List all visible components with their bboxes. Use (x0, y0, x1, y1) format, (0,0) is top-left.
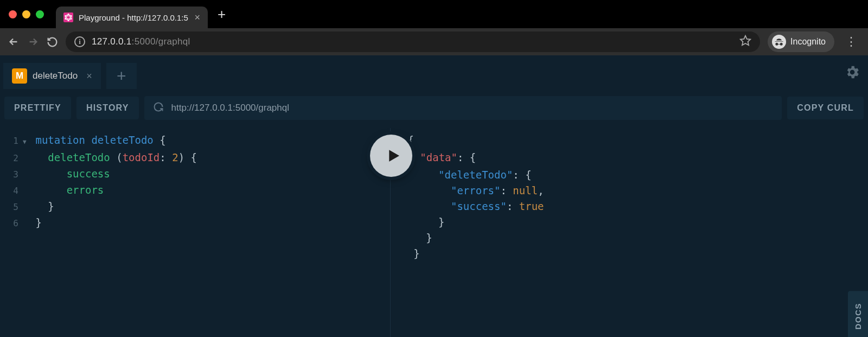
query-editor[interactable]: 1▼ mutation deleteTodo { 2 deleteTodo (t… (0, 128, 391, 337)
svg-point-4 (65, 18, 66, 20)
docs-tab[interactable]: DOCS (848, 291, 868, 337)
endpoint-url: http://127.0.0.1:5000/graphql (171, 103, 289, 113)
settings-gear-icon[interactable] (844, 64, 860, 82)
window-close-button[interactable] (9, 10, 17, 18)
incognito-badge[interactable]: Incognito (768, 31, 834, 52)
window-minimize-button[interactable] (22, 10, 30, 18)
browser-tab-strip: Playground - http://127.0.0.1:5 × + (0, 0, 868, 28)
svg-point-1 (71, 15, 72, 17)
reload-button[interactable] (47, 36, 58, 48)
new-browser-tab-button[interactable]: + (218, 6, 226, 23)
bookmark-star-icon[interactable] (739, 35, 751, 49)
incognito-label: Incognito (790, 37, 826, 47)
graphql-playground: M deleteTodo × + Prettify History http:/… (0, 55, 868, 337)
svg-point-2 (71, 18, 72, 20)
browser-tab[interactable]: Playground - http://127.0.0.1:5 × (56, 7, 208, 28)
browser-tab-title: Playground - http://127.0.0.1:5 (79, 13, 188, 22)
svg-point-5 (65, 15, 66, 17)
new-playground-tab-button[interactable]: + (106, 63, 137, 89)
history-button[interactable]: History (76, 97, 139, 119)
copy-curl-button[interactable]: Copy CURL (787, 97, 864, 119)
execute-button[interactable] (370, 135, 412, 177)
url-text: 127.0.0.1:5000/graphql (92, 36, 190, 47)
side-panel-tabs: DOCS SCHEMA (848, 291, 868, 337)
response-viewer[interactable]: ▼ { ▼ "data": { "deleteTodo": { "errors"… (391, 128, 868, 337)
reload-endpoint-icon[interactable] (153, 101, 164, 115)
browser-menu-icon[interactable]: ⋮ (842, 35, 860, 49)
graphql-favicon (63, 12, 73, 22)
back-button[interactable] (8, 36, 20, 48)
close-playground-tab-icon[interactable]: × (86, 71, 92, 82)
address-bar[interactable]: i 127.0.0.1:5000/graphql (66, 31, 760, 52)
prettify-button[interactable]: Prettify (4, 97, 71, 119)
window-maximize-button[interactable] (36, 10, 44, 18)
svg-marker-6 (741, 35, 750, 44)
playground-tab-name: deleteTodo (33, 71, 78, 81)
browser-toolbar: i 127.0.0.1:5000/graphql Incognito ⋮ (0, 28, 868, 55)
fold-icon[interactable]: ▼ (23, 134, 29, 150)
playground-tab[interactable]: M deleteTodo × (3, 63, 101, 89)
editor-area: 1▼ mutation deleteTodo { 2 deleteTodo (t… (0, 128, 868, 337)
action-bar: Prettify History http://127.0.0.1:5000/g… (0, 94, 868, 122)
window-controls (9, 10, 44, 18)
close-tab-icon[interactable]: × (194, 12, 200, 23)
site-info-icon[interactable]: i (74, 36, 85, 47)
endpoint-input[interactable]: http://127.0.0.1:5000/graphql (144, 96, 782, 120)
forward-button[interactable] (27, 36, 39, 48)
incognito-icon (772, 35, 786, 49)
playground-tab-bar: M deleteTodo × + (0, 55, 868, 89)
mutation-badge: M (12, 68, 27, 84)
